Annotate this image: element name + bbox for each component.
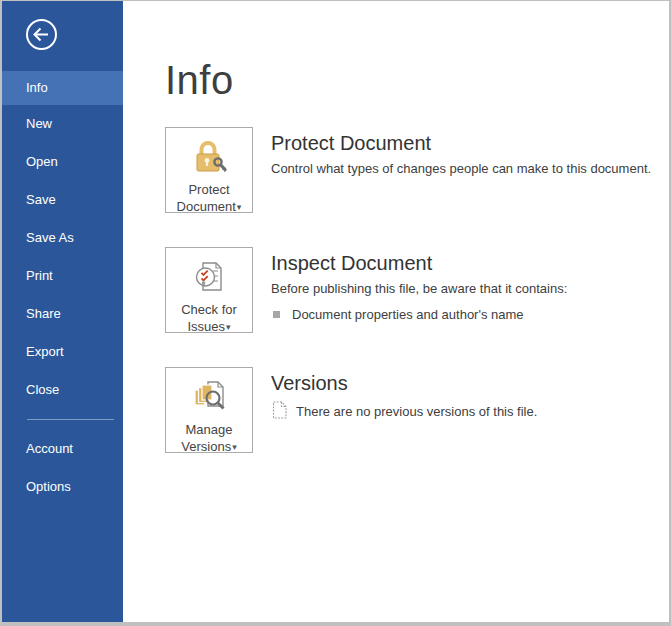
- protect-document-description: Control what types of changes people can…: [271, 161, 651, 177]
- sidebar-item-export[interactable]: Export: [2, 333, 123, 371]
- check-for-issues-button[interactable]: Check for Issues▾: [165, 247, 253, 333]
- lock-key-icon: [189, 137, 229, 177]
- sidebar-item-options[interactable]: Options: [2, 468, 123, 506]
- back-button[interactable]: [25, 18, 58, 51]
- page-title: Info: [165, 57, 669, 103]
- back-arrow-icon: [25, 18, 58, 51]
- inspect-finding-item: Document properties and author's name: [271, 307, 567, 322]
- button-label-line1: Protect: [188, 181, 229, 198]
- protect-document-heading: Protect Document: [271, 132, 651, 154]
- sidebar-item-account[interactable]: Account: [2, 430, 123, 468]
- sidebar-item-new[interactable]: New: [2, 105, 123, 143]
- sidebar-item-print[interactable]: Print: [2, 257, 123, 295]
- button-label-line2: Document: [177, 199, 236, 214]
- sidebar-item-info[interactable]: Info: [2, 71, 123, 105]
- dropdown-arrow-icon: ▾: [237, 202, 242, 212]
- dashed-document-icon: [272, 401, 287, 422]
- manage-versions-icon: [189, 377, 229, 417]
- info-pane: Info Protect Document▾: [123, 1, 669, 622]
- sidebar-separator: [27, 419, 114, 420]
- button-label-line2: Issues: [187, 319, 225, 334]
- button-label-line1: Manage: [186, 421, 233, 438]
- button-label-line2: Versions: [181, 439, 231, 454]
- inspect-document-description: Before publishing this file, be aware th…: [271, 281, 567, 297]
- square-bullet-icon: [273, 311, 280, 318]
- protect-document-section: Protect Document▾ Protect Document Contr…: [165, 127, 669, 213]
- inspect-document-heading: Inspect Document: [271, 252, 567, 274]
- sidebar-item-save-as[interactable]: Save As: [2, 219, 123, 257]
- inspect-finding-text: Document properties and author's name: [292, 307, 524, 322]
- backstage-view: Info New Open Save Save As Print Share E…: [0, 0, 671, 626]
- backstage-sidebar: Info New Open Save Save As Print Share E…: [2, 1, 123, 622]
- sidebar-item-close[interactable]: Close: [2, 371, 123, 409]
- sidebar-item-open[interactable]: Open: [2, 143, 123, 181]
- inspect-document-section: Check for Issues▾ Inspect Document Befor…: [165, 247, 669, 333]
- versions-section: Manage Versions▾ Versions There are no p…: [165, 367, 669, 453]
- manage-versions-button[interactable]: Manage Versions▾: [165, 367, 253, 453]
- dropdown-arrow-icon: ▾: [226, 322, 231, 332]
- protect-document-button[interactable]: Protect Document▾: [165, 127, 253, 213]
- inspect-checklist-icon: [189, 257, 229, 297]
- sidebar-item-save[interactable]: Save: [2, 181, 123, 219]
- backstage-nav: Info New Open Save Save As Print Share E…: [2, 71, 123, 506]
- versions-note-item: There are no previous versions of this f…: [271, 401, 537, 422]
- dropdown-arrow-icon: ▾: [232, 442, 237, 452]
- button-label-line1: Check for: [181, 301, 237, 318]
- sidebar-item-share[interactable]: Share: [2, 295, 123, 333]
- versions-note-text: There are no previous versions of this f…: [296, 404, 537, 419]
- versions-heading: Versions: [271, 372, 537, 394]
